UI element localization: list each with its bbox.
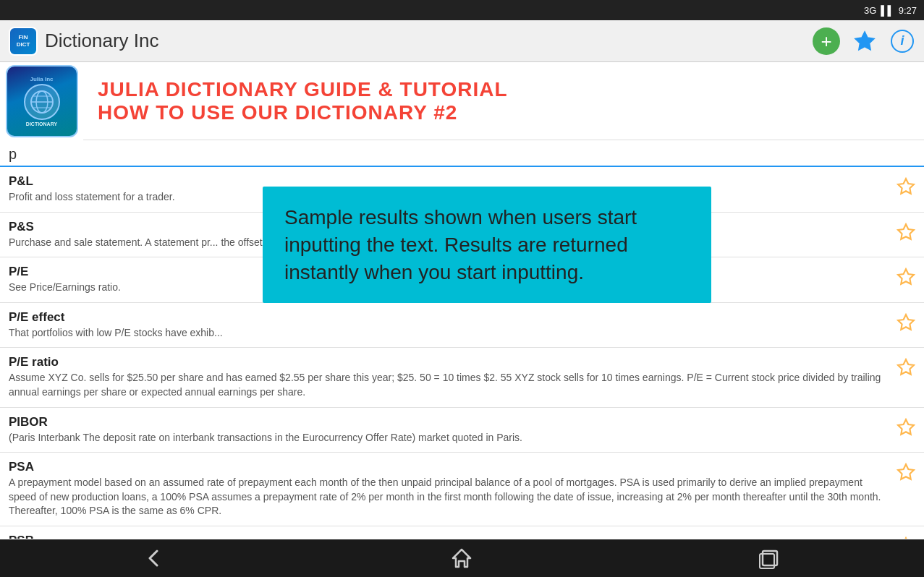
network-indicator: 3G (864, 5, 876, 16)
tutorial-line2: HOW TO USE OUR DICTIONARY #2 (98, 101, 910, 124)
clock: 9:27 (899, 5, 917, 16)
search-container (0, 140, 924, 167)
entry-definition: (Paris Interbank The deposit rate on int… (9, 431, 889, 445)
favorites-button[interactable] (852, 28, 878, 54)
table-row[interactable]: PIBOR (Paris Interbank The deposit rate … (0, 408, 924, 453)
add-icon: + (821, 32, 831, 51)
entry-content: PIBOR (Paris Interbank The deposit rate … (9, 415, 889, 445)
entry-term: PSA (9, 460, 889, 474)
star-outline-icon (897, 268, 915, 286)
back-icon (141, 545, 167, 571)
star-outline-icon (897, 358, 915, 377)
svg-marker-9 (898, 315, 914, 330)
entry-favorite-button[interactable] (897, 177, 915, 199)
star-outline-icon (897, 537, 915, 539)
recents-icon (757, 545, 783, 571)
entry-favorite-button[interactable] (897, 313, 915, 335)
info-button[interactable]: i (889, 28, 915, 54)
recents-button[interactable] (757, 545, 783, 571)
home-button[interactable] (449, 545, 475, 571)
svg-marker-8 (898, 269, 914, 284)
icon-top-text: Julia Inc (30, 76, 53, 82)
entry-content: PSA A prepayment model based on an assum… (9, 460, 889, 518)
table-row[interactable]: P/E ratio Assume XYZ Co. sells for $25.5… (0, 348, 924, 407)
star-icon (853, 30, 876, 53)
star-outline-icon (897, 418, 915, 437)
entry-favorite-button[interactable] (897, 418, 915, 440)
entry-term: P/E ratio (9, 355, 889, 369)
entry-favorite-button[interactable] (897, 537, 915, 539)
back-button[interactable] (141, 545, 167, 571)
svg-marker-12 (898, 464, 914, 479)
info-icon: i (891, 30, 914, 53)
svg-marker-7 (898, 224, 914, 239)
header-actions: + i (813, 27, 915, 55)
svg-marker-0 (855, 31, 875, 49)
tutorial-text: JULIA DICTIONARY GUIDE & TUTORIAL HOW TO… (83, 78, 924, 124)
entry-term: PSB (9, 534, 889, 539)
star-outline-icon (897, 223, 915, 242)
entry-term: PIBOR (9, 415, 889, 429)
status-bar: 3G ▌▌ 9:27 (0, 0, 924, 20)
star-outline-icon (897, 313, 915, 332)
status-icons: 3G ▌▌ 9:27 (864, 5, 917, 16)
bottom-nav (0, 539, 924, 577)
svg-marker-11 (898, 419, 914, 435)
svg-marker-14 (453, 550, 470, 567)
table-row[interactable]: P/E effect That portfolios with low P/E … (0, 303, 924, 349)
tutorial-app-icon: Julia Inc DICTIONARY (0, 62, 83, 140)
entry-favorite-button[interactable] (897, 358, 915, 380)
home-icon (449, 545, 475, 571)
search-input[interactable] (9, 143, 915, 166)
icon-globe (24, 84, 60, 120)
entry-term: P/E effect (9, 310, 889, 325)
app-icon: FINDICT (9, 27, 38, 56)
entry-favorite-button[interactable] (897, 463, 915, 484)
entry-definition: That portfolios with low P/E stocks have… (9, 326, 889, 341)
entry-content: P/E effect That portfolios with low P/E … (9, 310, 889, 341)
tutorial-banner: Julia Inc DICTIONARY JULIA DICTIONARY GU… (0, 62, 924, 140)
star-outline-icon (897, 463, 915, 482)
app-title: Dictionary Inc (45, 30, 805, 52)
table-row[interactable]: PSA A prepayment model based on an assum… (0, 453, 924, 526)
table-row[interactable]: PSB (0, 526, 924, 539)
header: FINDICT Dictionary Inc + i (0, 20, 924, 62)
entry-content: P/E ratio Assume XYZ Co. sells for $25.5… (9, 355, 889, 399)
entry-definition: Assume XYZ Co. sells for $25.50 per shar… (9, 371, 889, 399)
entry-content: PSB (9, 534, 889, 539)
battery-icon: ▌▌ (881, 5, 894, 16)
entry-favorite-button[interactable] (897, 268, 915, 289)
svg-marker-6 (898, 179, 914, 194)
tooltip-overlay: Sample results shown when users start in… (263, 187, 711, 303)
tooltip-text: Sample results shown when users start in… (284, 206, 637, 283)
globe-icon (29, 89, 55, 115)
add-button[interactable]: + (813, 27, 840, 55)
svg-marker-13 (898, 538, 914, 539)
star-outline-icon (897, 177, 915, 196)
entry-favorite-button[interactable] (897, 223, 915, 244)
entry-definition: A prepayment model based on an assumed r… (9, 476, 889, 518)
tutorial-line1: JULIA DICTIONARY GUIDE & TUTORIAL (98, 78, 910, 101)
icon-bottom-text: DICTIONARY (26, 121, 57, 127)
svg-marker-10 (898, 360, 914, 375)
